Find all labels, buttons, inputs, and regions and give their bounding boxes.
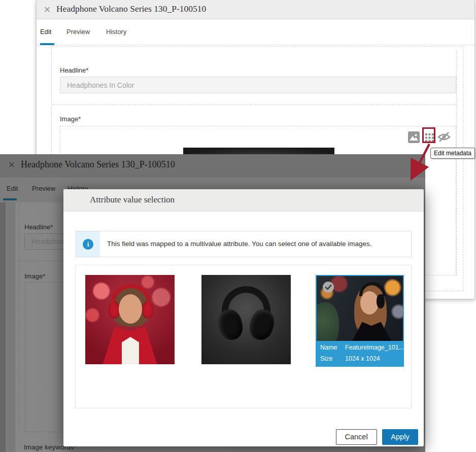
meta-name-label: Name xyxy=(320,344,337,351)
selected-image-meta: Name FeatureImage_101... Size 1024 x 102… xyxy=(317,341,403,366)
apply-button[interactable]: Apply xyxy=(382,429,418,445)
dialog-header-back: × Headphone Volcano Series 130_P-100510 xyxy=(0,154,425,178)
tab-preview-back[interactable]: Preview xyxy=(32,185,55,192)
close-icon-back[interactable]: × xyxy=(5,158,18,171)
meta-size-value: 1024 x 1024 xyxy=(345,355,380,362)
info-banner-text: This field was mapped to a multivalue at… xyxy=(100,231,372,257)
headline-label: Headline* xyxy=(60,66,88,74)
meta-name-value: FeatureImage_101... xyxy=(345,344,404,351)
annotation-arrow xyxy=(401,140,436,183)
info-banner-accent: i xyxy=(76,231,100,257)
image-label-back: Image* xyxy=(24,272,45,280)
tab-edit-back[interactable]: Edit xyxy=(7,185,18,192)
thumbnail-woman-red-headphones[interactable] xyxy=(85,275,175,364)
cancel-button[interactable]: Cancel xyxy=(336,429,377,445)
modal-header: Attribute value selection xyxy=(63,189,424,212)
edit-metadata-tooltip: Edit metadata xyxy=(430,148,475,159)
dialog-header: × Headphone Volcano Series 130_P-100510 xyxy=(37,0,474,19)
field-separator xyxy=(51,105,456,105)
tab-history[interactable]: History xyxy=(106,19,126,45)
headline-label-back: Headline* xyxy=(24,223,53,231)
attribute-value-selection-modal: Attribute value selection i This field w… xyxy=(63,189,424,446)
field-outline-right xyxy=(456,51,457,275)
dialog-title-back: Headphone Volcano Series 130_P-100510 xyxy=(21,159,175,170)
info-banner: i This field was mapped to a multivalue … xyxy=(76,231,412,257)
screen: × Headphone Volcano Series 130_P-100510 … xyxy=(0,0,476,452)
thumbnail-black-headphones[interactable] xyxy=(201,275,291,364)
image-label: Image* xyxy=(60,115,81,123)
headline-input[interactable] xyxy=(60,77,456,93)
thumb3-art xyxy=(317,276,403,341)
tab-bar: Edit Preview History xyxy=(37,19,474,45)
active-tab-underline-back xyxy=(3,198,17,200)
modal-footer: Cancel Apply xyxy=(336,429,418,445)
info-icon: i xyxy=(83,239,93,250)
meta-size-label: Size xyxy=(320,355,332,362)
image-options-panel: Name FeatureImage_101... Size 1024 x 102… xyxy=(75,265,412,408)
selected-check-icon xyxy=(323,282,334,293)
dialog-title: Headphone Volcano Series 130_P-100510 xyxy=(56,4,206,14)
tab-preview[interactable]: Preview xyxy=(66,19,90,45)
thumbnail-woman-street-headphones-selected[interactable]: Name FeatureImage_101... Size 1024 x 102… xyxy=(316,275,404,367)
eye-off-icon[interactable] xyxy=(437,131,451,145)
close-icon[interactable]: × xyxy=(41,3,54,16)
modal-title: Attribute value selection xyxy=(90,195,175,205)
tab-edit[interactable]: Edit xyxy=(40,19,51,45)
field-group-outline-back xyxy=(19,203,19,432)
